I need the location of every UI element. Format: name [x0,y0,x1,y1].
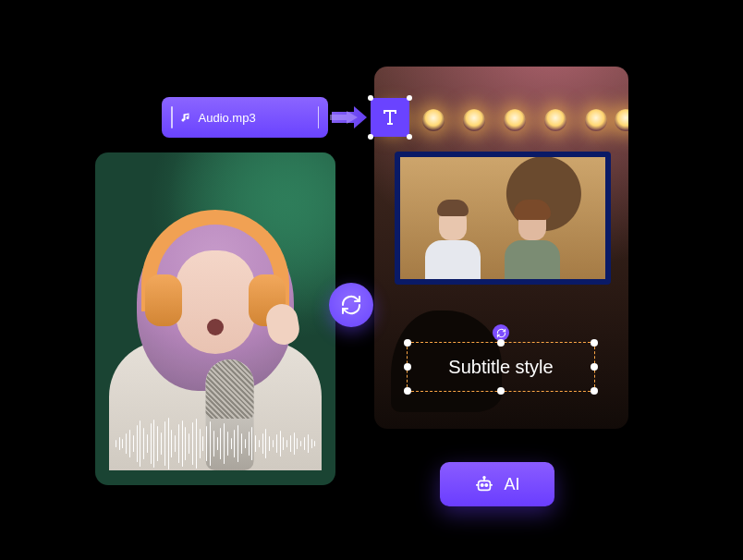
movie-screen [395,152,611,285]
audio-clip-chip[interactable]: Audio.mp3 [162,97,328,138]
swap-button[interactable] [329,283,373,327]
subtitle-text-box[interactable]: Subtitle style [407,342,595,392]
svg-point-4 [486,484,488,486]
selection-handle[interactable] [368,95,373,101]
selection-handle[interactable] [407,95,412,101]
clip-grip-left[interactable] [171,106,173,128]
audio-waveform [116,417,315,470]
selection-handle[interactable] [407,134,412,140]
stage: Subtitle style Audio.mp3 [0,0,743,560]
selection-handle[interactable] [591,339,598,347]
ai-button-label: AI [504,475,519,494]
text-element-chip[interactable] [371,98,409,137]
svg-rect-2 [479,481,491,490]
ai-button[interactable]: AI [440,462,554,506]
svg-point-3 [481,484,483,486]
audio-mini-waveform [263,107,311,128]
subtitle-label: Subtitle style [448,357,553,378]
swap-arrows-icon [340,294,362,316]
robot-icon [474,474,494,494]
selection-handle[interactable] [497,339,505,347]
movie-person-2 [504,207,561,279]
selection-handle[interactable] [404,363,411,371]
audio-filename: Audio.mp3 [199,111,256,125]
selection-handle[interactable] [591,363,598,371]
text-t-icon [379,106,401,128]
clip-grip-right[interactable] [318,106,320,128]
flow-arrow-icon [330,103,369,131]
selection-handle[interactable] [404,387,411,395]
selection-handle[interactable] [497,387,505,395]
selection-handle[interactable] [591,387,598,395]
selection-handle[interactable] [368,134,373,140]
string-lights [374,109,628,140]
music-note-icon [180,112,191,123]
selection-handle[interactable] [404,339,411,347]
svg-point-5 [484,477,486,479]
podcast-card [95,152,335,485]
movie-person-1 [424,207,481,279]
